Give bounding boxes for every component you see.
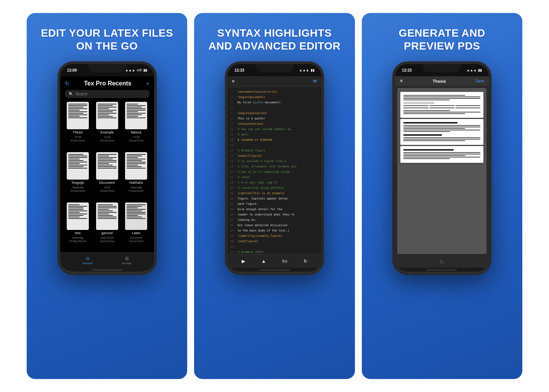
ln-18: 18 — [230, 180, 233, 185]
file-name: faktura — [131, 130, 142, 134]
file-item-faktura[interactable]: faktura 13:08iCloud Drive — [123, 102, 149, 149]
files-header: ↻ Tex Pro Recents + — [65, 79, 149, 88]
file-item-hahhahs[interactable]: Hahhahs YesterdayiCloud Drive — [123, 152, 149, 199]
close-icon[interactable]: ✕ — [400, 79, 403, 84]
line-numbers: 1 2 3 4 5 6 7 8 9 10 11 12 13 — [228, 87, 236, 254]
file-meta: 13:08iCloud Drive — [71, 135, 85, 142]
panel-preview-title: GENERATE AND PREVIEW PDS — [399, 27, 485, 52]
code-line: \end{figure} — [238, 239, 320, 244]
code-line: \documentclass{article} — [238, 89, 320, 95]
code-line — [238, 143, 320, 148]
ln-14: 14 — [230, 159, 233, 164]
search-placeholder: Search — [75, 92, 88, 96]
tab-recents[interactable]: ⊙ Recents — [83, 256, 93, 265]
file-thumb — [96, 202, 118, 230]
code-line: figure. Captions appear below — [238, 196, 320, 201]
file-item-latex[interactable]: Latex DocumentiCloud Drive — [123, 202, 149, 250]
ln-24: 24 — [230, 212, 233, 217]
function-icon[interactable]: f(x) — [282, 259, 287, 263]
signal-icon: ▲▲▲ — [125, 68, 135, 72]
back-icon: ↻ — [65, 80, 69, 87]
file-name: Document — [99, 181, 115, 185]
phone-files: 13:09 ▲▲▲ wifi ▮▮ ↻ Tex Pro Recents + 🔍 — [58, 61, 157, 275]
code-editor-screen: ✕ 👁 1 2 3 4 5 6 — [228, 76, 321, 268]
status-icons: ▲▲▲ ▮▮ — [299, 68, 315, 72]
code-line: % well: — [238, 132, 320, 137]
ln-30: 30 — [230, 244, 233, 249]
files-grid: Thesis 13:08iCloud Drive — [65, 102, 149, 249]
file-item-tesgvgh[interactable]: Tesgvgh YesterdayiCloud Drive — [65, 152, 91, 199]
home-indicator — [259, 269, 290, 271]
tab-browse[interactable]: ⊞ Browse — [122, 256, 131, 265]
phone-screen-editor: ✕ 👁 1 2 3 4 5 6 — [228, 76, 321, 268]
code-line: My first \LaTex-document!: — [238, 100, 320, 105]
pdf-refresh-bar: ↻ — [395, 256, 489, 268]
ln-7: 7 — [231, 121, 233, 127]
save-button[interactable]: Save — [476, 79, 485, 83]
phone-notch — [255, 64, 294, 72]
eye-icon[interactable]: 👁 — [313, 79, 318, 84]
status-icons: ▲▲▲ ▮▮ — [467, 68, 482, 72]
battery-icon: ▮▮ — [143, 68, 147, 72]
refresh-icon[interactable]: ↻ — [440, 259, 444, 265]
search-bar[interactable]: 🔍 Search — [65, 90, 149, 98]
signal-icon: ▲▲▲ — [299, 68, 309, 72]
home-indicator — [92, 269, 122, 271]
ln-1: 1 — [231, 89, 233, 95]
phone-screen-files: ↻ Tex Pro Recents + 🔍 Search — [60, 76, 154, 252]
home-indicator — [427, 269, 457, 271]
ln-19: 19 — [230, 185, 233, 191]
pdf-content — [397, 88, 486, 254]
phone-notch — [423, 64, 461, 72]
toolbar-left: ✕ — [231, 79, 235, 84]
code-line: \caption{This is an example — [238, 191, 320, 196]
code-line: % % or pdf, png, jpg if — [238, 180, 320, 185]
file-thumb — [96, 102, 118, 129]
file-item-thesis[interactable]: Thesis 13:08iCloud Drive — [65, 102, 91, 149]
close-icon[interactable]: ✕ — [231, 79, 235, 84]
code-line: \begin{document} — [238, 95, 320, 100]
file-name: test — [75, 231, 81, 235]
search-icon: 🔍 — [69, 92, 73, 96]
file-item-example[interactable]: Example 13:08iCloud Drive — [94, 102, 120, 149]
ln-17: 17 — [230, 175, 233, 180]
signal-icon: ▲▲▲ — [467, 68, 477, 72]
pdf-screen: ✕ Thesis Save — [395, 76, 489, 268]
file-thumb — [125, 202, 147, 230]
file-item-test[interactable]: test YesterdayOn My iPhone — [65, 202, 91, 250]
refresh-icon[interactable]: ↻ — [303, 259, 307, 264]
code-line: \end{quotation} — [238, 121, 320, 127]
wifi-icon: wifi — [137, 68, 142, 72]
ln-9: 9 — [231, 132, 233, 137]
add-icon[interactable]: + — [146, 80, 149, 87]
ln-8: 8 — [231, 127, 233, 132]
ln-10: 10 — [230, 137, 233, 143]
code-line: % converting using pdflatex — [238, 185, 320, 191]
ln-31: 31 — [230, 249, 233, 254]
file-item-document[interactable]: Document 13:05iCloud Drive — [94, 152, 120, 199]
status-time: 13:33 — [402, 68, 412, 72]
file-meta: YesterdayOn My iPhone — [69, 236, 86, 243]
status-icons: ▲▲▲ wifi ▮▮ — [125, 68, 147, 72]
tab-browse-label: Browse — [122, 262, 131, 265]
ln-12: 12 — [230, 148, 233, 153]
files-title: Tex Pro Recents — [84, 80, 131, 87]
play-icon[interactable]: ▶ — [242, 259, 245, 264]
pdf-page-1 — [400, 92, 483, 118]
code-line: % To include a figure from a — [238, 159, 320, 164]
ln-29: 29 — [230, 239, 233, 244]
browse-icon: ⊞ — [125, 256, 129, 261]
ln-5: 5 — [231, 111, 233, 116]
tab-recents-label: Recents — [83, 262, 93, 265]
code-line: % Example figure — [238, 148, 320, 153]
warning-icon[interactable]: ▲ — [262, 259, 266, 264]
file-item-gacsod[interactable]: gacsod 15/12/2019iCloud Drive — [94, 202, 120, 250]
file-meta: 15/12/2019iCloud Drive — [100, 236, 114, 243]
pdf-doc-title: Thesis — [433, 79, 446, 84]
file-meta: DocumentiCloud Drive — [129, 236, 143, 243]
code-line: but leave detailed discussion — [238, 223, 320, 228]
code-area[interactable]: \documentclass{article} \begin{document}… — [236, 87, 321, 254]
status-time: 13:09 — [67, 68, 77, 72]
file-name: Tesgvgh — [71, 181, 84, 185]
code-bottom-bar: ▶ ▲ f(x) ↻ — [228, 254, 321, 268]
